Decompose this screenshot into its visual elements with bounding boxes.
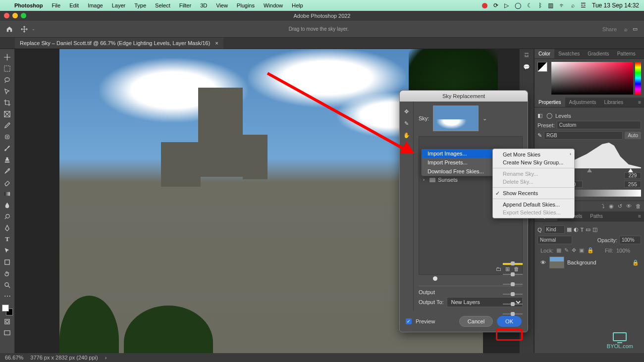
tab-patterns[interactable]: Patterns (613, 49, 640, 58)
layer-visibility-icon[interactable]: 👁 (539, 259, 546, 265)
filter-pixel-icon[interactable]: ▦ (567, 226, 572, 233)
menu-select[interactable]: Select (151, 2, 175, 8)
heal-tool[interactable] (1, 131, 14, 142)
menu-show-recents[interactable]: ✓Show Recents (493, 189, 574, 197)
quick-select-tool[interactable] (1, 86, 14, 97)
lock-lock-icon[interactable]: 🔒 (587, 247, 594, 254)
menu-import-presets[interactable]: Import Presets... (422, 158, 502, 167)
move-tool[interactable] (1, 52, 14, 62)
input-white[interactable] (624, 172, 641, 179)
menu-download-free-skies[interactable]: Download Free Skies... (422, 167, 502, 176)
menu-type[interactable]: Type (130, 2, 151, 8)
preset-select[interactable]: Custom (557, 121, 641, 129)
kind-select[interactable]: Kind (544, 225, 565, 234)
tab-adjustments[interactable]: Adjustments (565, 98, 600, 107)
strip-item-1[interactable]: ☲ (520, 49, 534, 61)
lock-all-icon[interactable]: ▦ (556, 247, 561, 254)
battery-icon[interactable]: ▥ (548, 2, 553, 9)
traffic-minimize[interactable] (12, 13, 18, 18)
blur-tool[interactable] (1, 200, 14, 210)
workspace-button[interactable]: ▭ (633, 26, 638, 32)
home-button[interactable] (4, 24, 15, 35)
menu-get-more-skies[interactable]: Get More Skies› (493, 151, 574, 158)
search-button[interactable]: ⌕ (624, 26, 628, 32)
document-tab[interactable]: Replace Sky – Daniel Scott.tif @ 66.7% (… (15, 38, 223, 49)
pen-tool[interactable] (1, 222, 14, 233)
play-icon[interactable]: ▷ (504, 2, 509, 9)
lock-pixels-icon[interactable]: ✎ (564, 247, 569, 254)
filter-shape-icon[interactable]: ▭ (586, 226, 590, 233)
edit-toolbar[interactable]: ⋯ (1, 291, 14, 302)
type-tool[interactable]: T (1, 234, 14, 245)
color-current-swatch[interactable] (537, 62, 547, 72)
marquee-tool[interactable] (1, 63, 14, 74)
color-swatches[interactable] (2, 305, 13, 315)
wifi-icon[interactable]: ᯤ (559, 2, 565, 9)
trash-icon[interactable]: 🗑 (636, 203, 641, 209)
filter-smart-icon[interactable]: ◫ (592, 226, 597, 233)
gradient-tool[interactable] (1, 188, 14, 199)
tab-libraries[interactable]: Libraries (600, 98, 627, 107)
menu-help[interactable]: Help (287, 2, 308, 8)
dialog-titlebar[interactable]: Sky Replacement (400, 91, 528, 102)
menu-window[interactable]: Window (259, 2, 287, 8)
moon-icon[interactable]: ☾ (527, 2, 533, 9)
sync-icon[interactable]: ⟳ (493, 2, 498, 9)
quick-mask[interactable] (1, 316, 14, 327)
lock-nest-icon[interactable]: ▣ (579, 247, 584, 254)
reset-icon[interactable]: ↺ (618, 203, 622, 209)
sky-dropdown-icon[interactable]: ⌄ (483, 115, 487, 122)
bluetooth-icon[interactable]: ᛒ (538, 2, 542, 9)
tab-swatches[interactable]: Swatches (554, 49, 584, 58)
view-prev-icon[interactable]: ◉ (609, 203, 614, 209)
menu-import-images[interactable]: Import Images...▸ (422, 149, 502, 158)
lock-pos-icon[interactable]: ✥ (572, 247, 576, 254)
menu-filter[interactable]: Filter (175, 2, 196, 8)
stamp-tool[interactable] (1, 154, 14, 165)
layers-panel-menu-icon[interactable]: ≡ (635, 211, 644, 221)
history-brush-tool[interactable] (1, 165, 14, 176)
channel-select[interactable]: RGB (544, 131, 623, 140)
zoom-tool[interactable] (1, 279, 14, 290)
dlg-hand-tool[interactable]: ✋ (400, 129, 413, 141)
menu-app[interactable]: Photoshop (10, 2, 47, 8)
path-select-tool[interactable] (1, 245, 14, 256)
menu-view[interactable]: View (212, 2, 232, 8)
visibility-icon[interactable]: 👁 (626, 203, 632, 209)
tab-gradients[interactable]: Gradients (584, 49, 613, 58)
hand-tool[interactable] (1, 268, 14, 279)
record-icon[interactable] (482, 3, 487, 8)
dodge-tool[interactable] (1, 211, 14, 222)
dlg-brush-tool[interactable]: ✎ (400, 117, 413, 129)
fill-value[interactable]: 100% (616, 248, 638, 254)
traffic-close[interactable] (4, 13, 9, 18)
share-button[interactable]: Share (602, 26, 617, 32)
filter-adjust-icon[interactable]: ◐ (574, 226, 579, 233)
auto-button[interactable]: Auto (625, 132, 641, 139)
menu-image[interactable]: Image (83, 2, 107, 8)
brush-tool[interactable] (1, 143, 14, 154)
adjust-sliders[interactable] (503, 254, 523, 323)
menu-edit[interactable]: Edit (65, 2, 83, 8)
strip-item-2[interactable]: 💬 (520, 61, 534, 73)
search-icon[interactable]: ⌕ (571, 2, 575, 9)
output-white[interactable] (624, 181, 641, 188)
blend-mode[interactable]: Normal (537, 236, 572, 244)
properties-panel-menu-icon[interactable]: ≡ (635, 98, 644, 107)
status-chevron-icon[interactable]: › (105, 355, 107, 361)
cancel-button[interactable]: Cancel (459, 316, 493, 327)
lasso-tool[interactable] (1, 74, 14, 85)
move-tool-icon[interactable] (19, 24, 30, 35)
dlg-move-tool[interactable]: ✥ (400, 105, 413, 117)
traffic-maximize[interactable] (21, 13, 26, 18)
menubar-clock[interactable]: Tue 13 Sep 14:32 (592, 2, 639, 9)
clip-icon[interactable]: ⤵ (602, 203, 605, 209)
close-tab-icon[interactable]: × (215, 40, 218, 46)
preset-new-folder-icon[interactable]: 🗀 (496, 266, 501, 272)
crop-tool[interactable] (1, 97, 14, 108)
frame-tool[interactable] (1, 108, 14, 119)
filter-type-icon[interactable]: T (581, 227, 584, 233)
shape-tool[interactable] (1, 257, 14, 267)
stop-icon[interactable]: ◯ (515, 2, 521, 9)
menu-append-default-skies[interactable]: Append Default Skies... (493, 201, 574, 208)
